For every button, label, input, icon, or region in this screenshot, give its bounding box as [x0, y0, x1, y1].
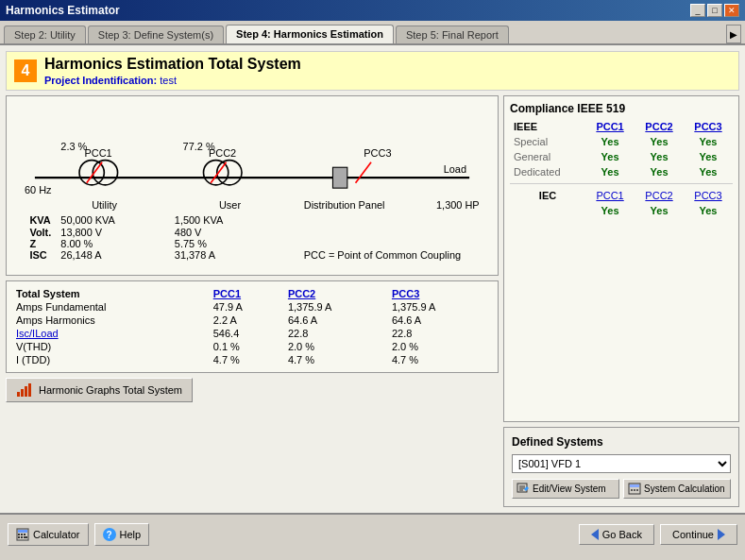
- svg-text:Load: Load: [444, 163, 466, 175]
- go-back-label: Go Back: [602, 529, 642, 540]
- app-title: Harmonics Estimator: [6, 4, 120, 17]
- continue-button[interactable]: Continue: [660, 524, 737, 545]
- row-pcc1-itdd: 4.7 %: [210, 353, 284, 366]
- row-pcc2-itdd: 4.7 %: [284, 353, 388, 366]
- right-panel: Compliance IEEE 519 IEEE PCC1 PCC2 PCC3 …: [503, 95, 739, 507]
- general-pcc1: Yes: [585, 149, 635, 164]
- compliance-iec-header-row: IEC PCC1 PCC2 PCC3: [510, 188, 733, 203]
- col-header-system: Total System: [12, 287, 210, 300]
- tab-scroll-arrow[interactable]: ▶: [726, 25, 741, 43]
- row-pcc3-amps-fund: 1,375.9 A: [388, 300, 492, 314]
- general-pcc2: Yes: [635, 149, 684, 164]
- col-header-pcc1: PCC1: [210, 287, 284, 300]
- tab-define-system[interactable]: Step 3: Define System(s): [88, 25, 224, 43]
- row-pcc3-itdd: 4.7 %: [388, 353, 492, 366]
- dedicated-pcc3: Yes: [684, 164, 733, 179]
- system-data-table: Total System PCC1 PCC2 PCC3 Amps Fundame…: [12, 287, 492, 366]
- system-calc-label: System Calculation: [644, 484, 725, 494]
- help-label: Help: [120, 529, 142, 540]
- step-badge: 4: [14, 59, 37, 82]
- svg-text:1,500 KVA: 1,500 KVA: [175, 214, 224, 226]
- minimize-button[interactable]: _: [690, 4, 705, 17]
- sld-svg: 60 Hz PCC1 2.3 % Utility P: [14, 104, 490, 267]
- iec-pcc3-header: PCC3: [684, 188, 733, 203]
- svg-text:50,000 KVA: 50,000 KVA: [60, 214, 115, 226]
- dedicated-pcc2: Yes: [635, 164, 684, 179]
- svg-text:5.75 %: 5.75 %: [175, 238, 207, 249]
- edit-icon: [516, 483, 530, 495]
- system-calculation-button[interactable]: System Calculation: [623, 479, 731, 499]
- table-row: I (TDD) 4.7 % 4.7 % 4.7 %: [12, 353, 492, 366]
- project-identification: Project Indentification: test: [44, 75, 301, 86]
- svg-text:26,148 A: 26,148 A: [60, 249, 102, 261]
- defined-systems-dropdown-row: [S001] VFD 1: [512, 454, 731, 473]
- row-pcc3-vthd: 2.0 %: [388, 340, 492, 353]
- defined-systems-box: Defined Systems [S001] VFD 1: [503, 427, 739, 507]
- compliance-title: Compliance IEEE 519: [510, 102, 733, 115]
- dedicated-pcc1: Yes: [585, 164, 635, 179]
- edit-view-system-button[interactable]: Edit/View System: [512, 479, 619, 499]
- svg-rect-35: [25, 386, 27, 397]
- row-pcc1-isc: 546.4: [210, 327, 284, 340]
- iec-pcc3: Yes: [684, 203, 733, 218]
- row-pcc1-amps-fund: 47.9 A: [210, 300, 284, 314]
- table-row: Amps Fundamental 47.9 A 1,375.9 A 1,375.…: [12, 300, 492, 314]
- svg-text:PCC3: PCC3: [364, 147, 391, 159]
- svg-text:PCC = Point of Common Coupling: PCC = Point of Common Coupling: [304, 249, 461, 261]
- special-pcc1: Yes: [585, 134, 635, 149]
- svg-rect-33: [17, 392, 20, 397]
- project-id-value: test: [160, 75, 177, 86]
- svg-text:31,378 A: 31,378 A: [175, 249, 216, 261]
- iec-pcc2: Yes: [635, 203, 684, 218]
- calculator-label: Calculator: [33, 529, 80, 540]
- table-row: Isc/ILoad 546.4 22.8 22.8: [12, 327, 492, 340]
- svg-rect-14: [332, 167, 347, 188]
- svg-text:KVA: KVA: [29, 214, 50, 226]
- total-system-table: Total System PCC1 PCC2 PCC3 Amps Fundame…: [6, 280, 499, 373]
- defined-systems-dropdown[interactable]: [S001] VFD 1: [512, 454, 731, 473]
- go-back-button[interactable]: Go Back: [579, 524, 654, 545]
- bottom-bar: Calculator ? Help Go Back Continue: [0, 513, 745, 554]
- svg-rect-51: [24, 534, 25, 535]
- content-columns: 60 Hz PCC1 2.3 % Utility P: [6, 95, 739, 507]
- compliance-divider-row: [510, 179, 733, 188]
- iec-pcc2-header: PCC2: [635, 188, 684, 203]
- close-button[interactable]: ✕: [724, 4, 739, 17]
- iec-pcc1-header: PCC1: [585, 188, 635, 203]
- table-row: V(THD) 0.1 % 2.0 % 2.0 %: [12, 340, 492, 353]
- help-icon: ?: [103, 528, 116, 541]
- row-label-amps-harm: Amps Harmonics: [12, 314, 210, 327]
- svg-point-46: [636, 489, 638, 491]
- row-pcc2-vthd: 2.0 %: [284, 340, 388, 353]
- svg-text:2.3 %: 2.3 %: [60, 141, 87, 152]
- svg-text:60 Hz: 60 Hz: [25, 184, 52, 195]
- help-button[interactable]: ? Help: [94, 523, 150, 546]
- col-header-pcc3: PCC3: [388, 287, 492, 300]
- compliance-row-dedicated: Dedicated Yes Yes Yes: [510, 164, 733, 179]
- svg-text:77.2 %: 77.2 %: [183, 141, 215, 152]
- continue-arrow-icon: [718, 529, 725, 540]
- window-controls: _ □ ✕: [690, 4, 739, 17]
- continue-label: Continue: [672, 529, 714, 540]
- tab-harmonics-estimation[interactable]: Step 4: Harmonics Estimation: [226, 25, 394, 43]
- col-header-pcc2: PCC2: [284, 287, 388, 300]
- svg-marker-41: [524, 486, 529, 491]
- compliance-row-general: General Yes Yes Yes: [510, 149, 733, 164]
- svg-rect-50: [21, 534, 23, 535]
- svg-rect-34: [21, 389, 24, 397]
- row-label-isc[interactable]: Isc/ILoad: [12, 327, 210, 340]
- svg-point-3: [93, 161, 117, 185]
- row-pcc2-amps-harm: 64.6 A: [284, 314, 388, 327]
- maximize-button[interactable]: □: [707, 4, 722, 17]
- general-label: General: [510, 149, 585, 164]
- calculator-button[interactable]: Calculator: [8, 523, 89, 546]
- tab-utility[interactable]: Step 2: Utility: [4, 25, 86, 43]
- row-label-itdd: I (TDD): [12, 353, 210, 366]
- special-pcc3: Yes: [684, 134, 733, 149]
- calculator-icon: [16, 528, 29, 541]
- calculator-small-icon: [628, 483, 641, 495]
- row-label-amps-fund: Amps Fundamental: [12, 300, 210, 314]
- svg-text:13,800 V: 13,800 V: [60, 227, 102, 238]
- harmonic-graphs-button[interactable]: Harmonic Graphs Total System: [6, 378, 193, 402]
- tab-final-report[interactable]: Step 5: Final Report: [396, 25, 509, 43]
